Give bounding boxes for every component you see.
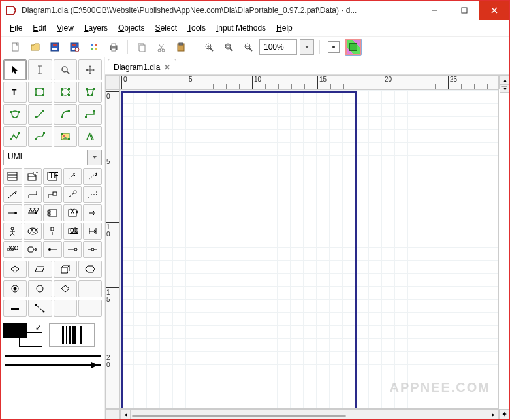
uml-realizes-icon[interactable] [83, 168, 102, 185]
copy-icon[interactable] [133, 39, 150, 56]
ellipse-tool[interactable] [54, 82, 77, 103]
shape-cube[interactable] [54, 261, 77, 278]
zoom-fit-icon[interactable] [220, 39, 237, 56]
menu-select[interactable]: Select [151, 22, 181, 34]
polygon-tool[interactable] [78, 82, 102, 103]
save-icon[interactable] [46, 39, 63, 56]
minimize-button[interactable] [419, 1, 449, 20]
outline-tool[interactable] [78, 126, 102, 147]
uml-fork-icon[interactable] [63, 241, 82, 258]
paste-icon[interactable] [172, 39, 189, 56]
uml-classicon-icon[interactable]: Xxx [63, 204, 82, 221]
horizontal-ruler[interactable]: 0510152025 [120, 75, 499, 89]
uml-implements-icon[interactable] [63, 186, 82, 203]
new-icon[interactable] [7, 39, 24, 56]
shape-parallelogram[interactable] [28, 261, 52, 278]
document-tab-1[interactable]: Diagram1.dia ✕ [108, 59, 176, 74]
menu-input-methods[interactable]: Input Methods [212, 22, 270, 34]
arc-tool[interactable] [54, 104, 77, 125]
cut-icon[interactable] [153, 39, 170, 56]
line-pattern-preview[interactable] [49, 323, 95, 347]
shape-initial-state[interactable] [3, 280, 27, 297]
menu-help[interactable]: Help [272, 22, 296, 34]
vertical-scrollbar[interactable]: ▴ ▾ [499, 75, 509, 89]
line-style-arrow[interactable] [5, 363, 101, 368]
bezier-tool[interactable] [28, 126, 52, 147]
uml-constraint-icon[interactable] [83, 186, 102, 203]
scroll-right-icon[interactable]: ▸ [488, 409, 498, 419]
uml-generalization-icon[interactable] [3, 186, 22, 203]
swap-colors-icon[interactable]: ⤢ [35, 323, 41, 332]
export-icon[interactable] [86, 39, 103, 56]
drawing-canvas[interactable]: APPNEE.COM [120, 89, 499, 409]
uml-branch-icon[interactable] [43, 241, 62, 258]
scroll-left-icon[interactable]: ◂ [120, 409, 131, 419]
uml-class-icon[interactable] [3, 168, 22, 185]
uml-aggregation-icon[interactable] [43, 186, 62, 203]
uml-component-icon[interactable] [43, 204, 62, 221]
snap-grid-icon[interactable] [325, 39, 342, 56]
uml-message-icon[interactable] [83, 204, 102, 221]
shape-final-state[interactable] [28, 280, 52, 297]
magnify-tool[interactable] [54, 59, 77, 80]
zoom-in-icon[interactable] [200, 39, 217, 56]
shape-category-input[interactable]: UML [3, 150, 88, 165]
scroll-tool[interactable] [78, 59, 102, 80]
uml-association-icon[interactable] [24, 186, 42, 203]
tab-close-icon[interactable]: ✕ [164, 63, 170, 72]
open-icon[interactable] [27, 39, 44, 56]
uml-smallpackage-icon[interactable] [3, 204, 22, 221]
menu-view[interactable]: View [53, 22, 78, 34]
shape-bar[interactable] [3, 300, 27, 317]
line-tool[interactable] [28, 104, 52, 125]
vertical-ruler[interactable]: 051 01 52 0 [105, 89, 120, 409]
menu-layers[interactable]: Layers [80, 22, 112, 34]
box-tool[interactable] [28, 82, 52, 103]
uml-largepackage-icon[interactable]: xxx [24, 204, 42, 221]
scroll-up-icon[interactable]: ▴ [500, 76, 509, 84]
close-button[interactable] [479, 1, 509, 20]
uml-message2-icon[interactable] [83, 223, 102, 240]
shape-empty-2[interactable] [54, 300, 77, 317]
menu-edit[interactable]: Edit [29, 22, 50, 34]
polyline-tool[interactable] [3, 126, 27, 147]
zoom-input[interactable]: 100% [259, 39, 297, 55]
shape-empty[interactable] [78, 280, 102, 297]
fg-color[interactable] [3, 323, 27, 338]
snap-object-icon[interactable] [345, 39, 362, 56]
save-as-icon[interactable] [66, 39, 83, 56]
image-tool[interactable] [54, 126, 77, 147]
maximize-button[interactable] [449, 1, 479, 20]
fg-bg-color-swatch[interactable]: ⤢ [3, 323, 42, 347]
uml-usecase-icon[interactable]: xx [24, 223, 42, 240]
uml-note-icon[interactable]: TEXT [43, 168, 62, 185]
uml-template-icon[interactable] [24, 168, 42, 185]
text-tool[interactable]: T [3, 82, 27, 103]
shape-hexagon[interactable] [78, 261, 102, 278]
line-style-plain[interactable] [5, 353, 101, 359]
shape-empty-3[interactable] [78, 300, 102, 317]
zoom-dropdown[interactable] [300, 39, 314, 55]
nav-icon[interactable]: ✦ [499, 409, 509, 419]
shape-category-dropdown[interactable] [88, 150, 102, 165]
pointer-tool[interactable] [3, 59, 27, 80]
shape-diamond[interactable] [54, 280, 77, 297]
menu-file[interactable]: File [6, 22, 26, 34]
zigzag-tool[interactable] [78, 104, 102, 125]
uml-lifeline-icon[interactable] [43, 223, 62, 240]
uml-activity-icon[interactable] [24, 241, 42, 258]
menu-tools[interactable]: Tools [183, 22, 210, 34]
uml-transition-icon[interactable] [83, 241, 102, 258]
text-edit-tool[interactable] [28, 59, 52, 80]
uml-actor-icon[interactable] [3, 223, 22, 240]
uml-dependency-icon[interactable] [63, 168, 82, 185]
menu-objects[interactable]: Objects [114, 22, 149, 34]
print-icon[interactable] [105, 39, 122, 56]
shape-diamond-outline[interactable] [3, 261, 27, 278]
beziergon-tool[interactable] [3, 104, 27, 125]
uml-state-icon[interactable]: xxx [3, 241, 22, 258]
zoom-out-icon[interactable] [240, 39, 257, 56]
shape-connector[interactable] [28, 300, 52, 317]
horizontal-scrollbar[interactable]: ◂ ▸ [120, 409, 499, 419]
uml-object-icon[interactable]: obj [63, 223, 82, 240]
